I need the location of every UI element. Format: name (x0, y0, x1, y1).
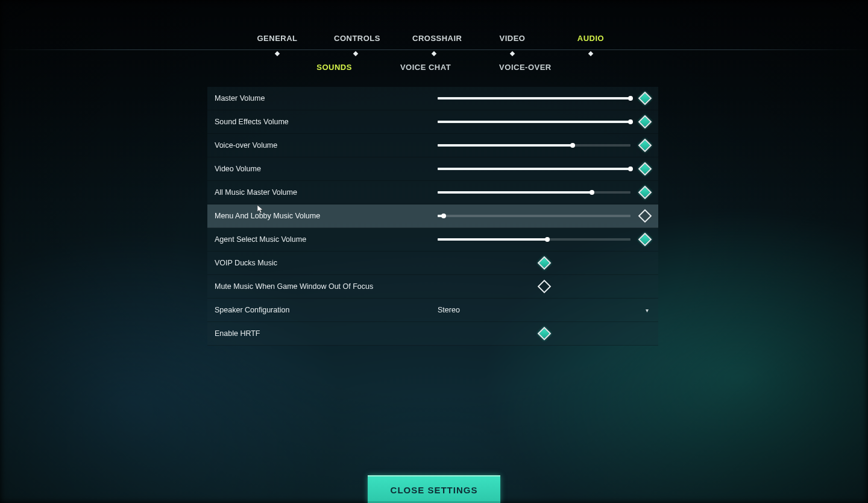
setting-label: Enable HRTF (215, 329, 438, 338)
setting-control (438, 329, 651, 338)
setting-row-sound-effects-volume: Sound Effects Volume (207, 110, 658, 134)
chevron-down-icon: ▾ (646, 307, 649, 314)
volume-slider[interactable] (438, 191, 631, 194)
checkbox-enable-hrtf[interactable] (538, 327, 552, 341)
slider-thumb[interactable] (628, 96, 633, 101)
diamond-icon (638, 92, 652, 106)
setting-label: Agent Select Music Volume (215, 235, 438, 244)
setting-row-mute-music-when-game-window-out-of-focus: Mute Music When Game Window Out Of Focus (207, 275, 658, 299)
tabs-divider (0, 49, 868, 50)
slider-fill (438, 238, 547, 241)
reset-icon[interactable] (639, 139, 651, 151)
setting-control: Stereo▾ (438, 306, 651, 314)
tab-crosshair[interactable]: CROSSHAIR (410, 30, 458, 46)
reset-icon[interactable] (639, 92, 651, 104)
checkbox-mute-music-when-game-window-out-of-focus[interactable] (538, 280, 552, 294)
slider-fill (438, 97, 631, 100)
tab-general[interactable]: GENERAL (253, 30, 301, 46)
reset-icon[interactable] (639, 186, 651, 198)
subtab-voice-over[interactable]: VOICE-OVER (499, 63, 552, 72)
setting-control (438, 282, 651, 291)
setting-control (438, 233, 651, 245)
slider-fill (438, 191, 592, 194)
setting-label: VOIP Ducks Music (215, 259, 438, 267)
reset-icon[interactable] (639, 116, 651, 128)
slider-thumb[interactable] (545, 237, 550, 242)
sub-tabs: SOUNDSVOICE CHATVOICE-OVER (0, 63, 868, 72)
setting-label: Sound Effects Volume (215, 118, 438, 126)
tab-video[interactable]: VIDEO (488, 30, 536, 46)
setting-control (438, 163, 651, 175)
setting-label: Master Volume (215, 94, 438, 103)
setting-control (438, 139, 651, 151)
volume-slider[interactable] (438, 238, 631, 241)
main-tabs: GENERALCONTROLSCROSSHAIRVIDEOAUDIO (0, 30, 868, 46)
reset-icon[interactable] (639, 233, 651, 245)
diamond-icon (638, 139, 652, 153)
setting-row-speaker-configuration: Speaker ConfigurationStereo▾ (207, 299, 658, 322)
setting-row-master-volume: Master Volume (207, 87, 658, 110)
setting-label: All Music Master Volume (215, 188, 438, 197)
slider-thumb[interactable] (570, 143, 575, 148)
setting-control (438, 186, 651, 198)
diamond-icon (638, 162, 652, 176)
setting-row-enable-hrtf: Enable HRTF (207, 322, 658, 346)
setting-label: Voice-over Volume (215, 141, 438, 150)
reset-icon[interactable] (639, 210, 651, 222)
setting-row-voip-ducks-music: VOIP Ducks Music (207, 252, 658, 275)
subtab-sounds[interactable]: SOUNDS (316, 63, 352, 72)
slider-fill (438, 121, 631, 123)
setting-control (438, 258, 651, 268)
diamond-icon (638, 115, 652, 129)
slider-thumb[interactable] (441, 214, 446, 218)
slider-thumb[interactable] (590, 190, 594, 195)
setting-control (438, 116, 651, 128)
setting-label: Speaker Configuration (215, 306, 438, 314)
volume-slider[interactable] (438, 121, 631, 123)
volume-slider[interactable] (438, 168, 631, 170)
settings-panel: Master VolumeSound Effects VolumeVoice-o… (207, 87, 658, 346)
tab-controls[interactable]: CONTROLS (332, 30, 380, 46)
setting-row-all-music-master-volume: All Music Master Volume (207, 181, 658, 204)
setting-row-voice-over-volume: Voice-over Volume (207, 134, 658, 157)
close-settings-label: CLOSE SETTINGS (391, 485, 478, 495)
setting-row-menu-and-lobby-music-volume: Menu And Lobby Music Volume (207, 204, 658, 228)
close-settings-button[interactable]: CLOSE SETTINGS (368, 475, 500, 503)
setting-row-agent-select-music-volume: Agent Select Music Volume (207, 228, 658, 252)
setting-row-video-volume: Video Volume (207, 157, 658, 181)
volume-slider[interactable] (438, 97, 631, 100)
diamond-icon (638, 233, 652, 247)
slider-fill (438, 168, 631, 170)
setting-control (438, 210, 651, 222)
reset-icon[interactable] (639, 163, 651, 175)
tab-audio[interactable]: AUDIO (567, 30, 615, 46)
diamond-icon (638, 209, 652, 223)
volume-slider[interactable] (438, 144, 631, 147)
diamond-icon (638, 186, 652, 200)
dropdown-value: Stereo (438, 306, 460, 314)
dropdown-speaker-configuration[interactable]: Stereo▾ (438, 306, 651, 314)
subtab-voice-chat[interactable]: VOICE CHAT (400, 63, 451, 72)
setting-label: Menu And Lobby Music Volume (215, 212, 438, 220)
setting-control (438, 92, 651, 104)
checkbox-voip-ducks-music[interactable] (538, 256, 552, 270)
setting-label: Video Volume (215, 165, 438, 173)
slider-thumb[interactable] (628, 119, 633, 124)
volume-slider[interactable] (438, 215, 631, 217)
slider-thumb[interactable] (628, 166, 633, 171)
setting-label: Mute Music When Game Window Out Of Focus (215, 282, 438, 291)
slider-fill (438, 144, 573, 147)
